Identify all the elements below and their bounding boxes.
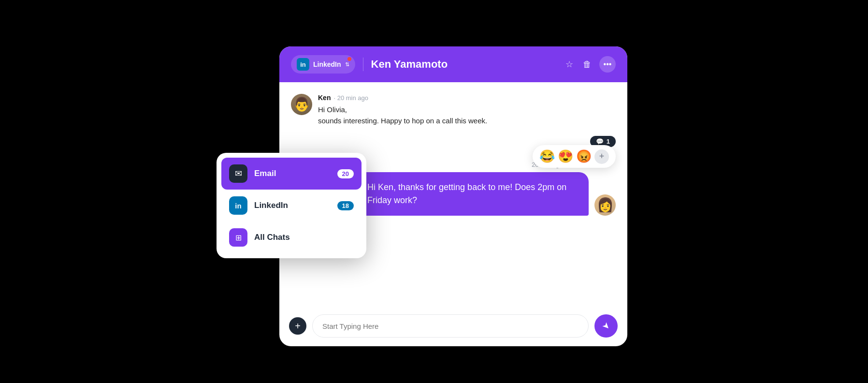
olivia-message-text: Hi Ken, thanks for getting back to me! D… [367,182,566,205]
email-label: Email [254,169,331,178]
ken-message-row: Ken · 20 min ago Hi Olivia, sounds inter… [291,94,616,126]
ken-avatar [291,94,312,115]
ken-line2: sounds interesting. Happy to hop on a ca… [318,116,616,127]
sidebar-item-linkedin[interactable]: in LinkedIn 18 [221,190,362,221]
heart-eyes-emoji[interactable]: 😍 [558,149,573,164]
platform-arrow-icon: ⇅ [345,61,349,68]
header-actions: ☆ 🗑 ••• [564,56,616,73]
send-button[interactable]: ➤ [594,314,618,338]
olivia-avatar [594,194,616,216]
sidebar-item-allchats[interactable]: ⊞ All Chats [221,221,362,253]
olivia-message-content: 20 min ago · Olivia Hi Ken, thanks for g… [357,161,589,216]
ken-sender-name: Ken [318,94,331,102]
sidebar-item-email[interactable]: ✉ Email 20 [221,158,362,190]
reply-icon: 💬 [596,138,604,145]
angry-emoji[interactable]: 😡 [576,149,592,164]
laugh-emoji[interactable]: 😂 [539,149,555,164]
allchats-label: All Chats [254,233,354,242]
add-attachment-button[interactable]: + [289,317,306,335]
ken-message-text: Hi Olivia, sounds interesting. Happy to … [318,104,616,126]
ken-message-content: Ken · 20 min ago Hi Olivia, sounds inter… [318,94,616,126]
platform-name: LinkedIn [313,60,341,68]
reaction-bar: 😂 😍 😡 + [533,145,616,168]
notification-dot [347,57,351,61]
more-options-button[interactable]: ••• [599,56,616,73]
linkedin-sidebar-icon: in [229,196,247,215]
ken-message-meta: Ken · 20 min ago [318,94,616,102]
reply-count: 1 [607,138,610,145]
send-icon: ➤ [600,320,612,332]
ken-message-time: · 20 min ago [333,94,368,102]
contact-name: Ken Yamamoto [371,58,556,71]
header-divider [363,58,363,71]
email-badge: 20 [337,169,354,178]
linkedin-badge: 18 [337,201,354,210]
linkedin-label: LinkedIn [254,201,331,210]
linkedin-icon: in [297,58,309,71]
add-reaction-button[interactable]: + [594,149,609,164]
olivia-message-bubble: Hi Ken, thanks for getting back to me! D… [357,172,589,216]
chat-header: in LinkedIn ⇅ Ken Yamamoto ☆ 🗑 ••• [279,46,627,82]
email-icon: ✉ [229,164,247,183]
chat-input-area: + ➤ [279,308,627,346]
ken-line1: Hi Olivia, [318,104,616,116]
star-button[interactable]: ☆ [564,57,575,72]
sidebar-panel: ✉ Email 20 in LinkedIn 18 ⊞ All Chats [217,153,366,258]
message-input[interactable] [312,314,589,338]
allchats-icon: ⊞ [229,228,247,247]
platform-selector[interactable]: in LinkedIn ⇅ [291,55,355,74]
delete-button[interactable]: 🗑 [581,58,593,72]
